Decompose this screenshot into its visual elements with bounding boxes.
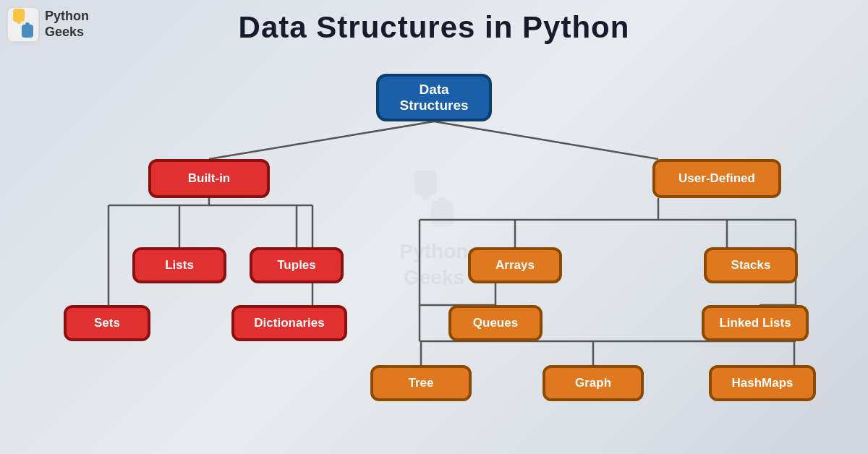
node-root-label: DataStructures [399,82,468,113]
node-stacks: Stacks [704,247,798,283]
svg-point-1 [17,20,21,24]
node-sets: Sets [64,305,150,341]
node-lists-label: Lists [165,258,194,273]
node-hashmaps: HashMaps [709,365,816,401]
logo: Python Geeks [6,6,89,43]
node-sets-label: Sets [94,316,120,330]
node-data-structures: DataStructures [376,74,492,121]
tree-container: DataStructures Built-in User-Defined Lis… [0,59,868,454]
logo-line2: Geeks [45,25,89,40]
node-graph-label: Graph [575,376,611,390]
node-linkedlists-label: Linked Lists [719,316,791,330]
logo-line1: Python [45,9,89,25]
logo-text: Python Geeks [45,9,89,40]
node-arrays: Arrays [468,247,562,283]
node-builtin-label: Built-in [188,171,231,186]
node-hashmaps-label: HashMaps [731,376,793,390]
node-stacks-label: Stacks [731,258,771,273]
node-dicts-label: Dictionaries [254,316,324,330]
node-builtin: Built-in [148,159,270,198]
node-arrays-label: Arrays [495,258,535,273]
node-queues-label: Queues [473,316,518,330]
node-queues: Queues [448,305,542,341]
node-userdefined-label: User-Defined [678,171,755,186]
node-graph: Graph [542,365,644,401]
node-lists: Lists [132,247,226,283]
node-tuples: Tuples [250,247,344,283]
python-geeks-logo-icon [6,6,41,43]
svg-line-5 [209,121,434,159]
svg-line-6 [434,121,658,159]
svg-point-2 [25,22,30,27]
node-linked-lists: Linked Lists [702,305,809,341]
node-tuples-label: Tuples [277,258,316,273]
page-title: Data Structures in Python [0,0,868,45]
node-tree: Tree [370,365,472,401]
node-dictionaries: Dictionaries [231,305,347,341]
node-tree-label: Tree [409,376,434,390]
node-user-defined: User-Defined [652,159,781,198]
